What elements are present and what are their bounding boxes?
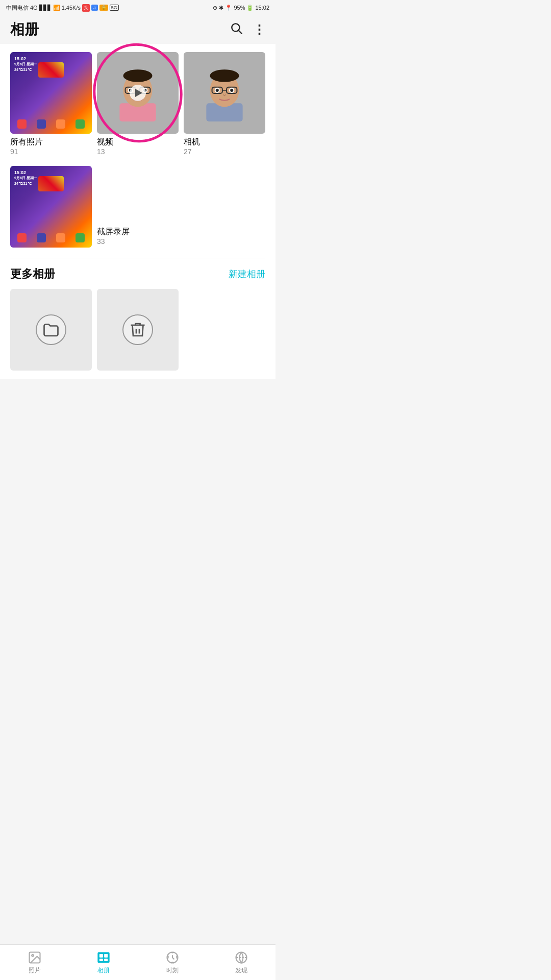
more-album-trash[interactable] [97,289,179,371]
svg-point-23 [216,89,219,92]
album-name-camera: 相机 [184,137,265,148]
safe-icon: 🔒 [99,5,108,11]
more-albums-title: 更多相册 [10,266,55,282]
more-album-folder[interactable] [10,289,92,371]
album-name-screenshot: 截屏录屏 [97,227,130,237]
signal-4g: 4G [30,5,38,11]
more-albums-header: 更多相册 新建相册 [10,266,265,282]
top-actions: ⋮ [230,21,265,38]
album-grid: 15:029月6日 星期一24℃/21℃ 所有照片 91 [10,52,265,156]
folder-icon-circle [36,314,66,345]
more-album-thumb-trash [97,289,179,371]
play-button-video[interactable] [130,85,146,101]
trash-icon-circle [122,314,153,345]
content-area: 15:029月6日 星期一24℃/21℃ 所有照片 91 [0,44,276,379]
search-button[interactable] [230,21,243,38]
cast-icon: ⊕ [213,5,217,11]
svg-point-6 [123,69,152,82]
status-bar: 中国电信 4G ▋▋▋ 📶 1.45K/s 头 ♫ 🔒 5G ⊕ ✱ 📍 95%… [0,0,276,15]
wifi-icon: 📶 [53,5,60,11]
folder-icon [42,321,60,339]
location-icon: 📍 [225,5,232,11]
album-thumb-screenshot: 15:029月6日 星期一24℃/21℃ [10,166,92,248]
music-icon: ♫ [91,5,98,11]
status-left: 中国电信 4G ▋▋▋ 📶 1.45K/s 头 ♫ 🔒 5G [6,4,119,12]
svg-point-24 [230,89,233,92]
svg-point-17 [210,69,239,82]
album-name-all-photos: 所有照片 [10,137,92,148]
speed-text: 1.45K/s [62,5,81,11]
news-icon: 头 [82,4,90,12]
album-info-screenshot: 截屏录屏 33 [97,166,130,248]
battery-text: 95% [234,5,245,11]
more-album-thumb-folder [10,289,92,371]
album-thumb-video [97,52,179,134]
signal-bars: ▋▋▋ [39,5,52,11]
more-button[interactable]: ⋮ [253,22,265,37]
trash-icon [129,321,147,339]
album-thumb-camera [184,52,265,134]
album-count-all-photos: 91 [10,148,92,156]
time-text: 15:02 [255,5,269,11]
battery-icon: 🔋 [246,5,254,11]
album-count-video: 13 [97,148,179,156]
scroll-area: 15:029月6日 星期一24℃/21℃ 所有照片 91 [0,44,276,420]
section-divider [10,258,265,258]
svg-line-1 [239,30,242,33]
album-item-video[interactable]: 视频 13 [97,52,179,156]
status-right: ⊕ ✱ 📍 95% 🔋 15:02 [213,5,269,11]
album-item-camera[interactable]: 相机 27 [184,52,265,156]
album-thumb-all-photos: 15:029月6日 星期一24℃/21℃ [10,52,92,134]
album-name-video: 视频 [97,137,179,148]
album-item-all-photos[interactable]: 15:029月6日 星期一24℃/21℃ 所有照片 91 [10,52,92,156]
bluetooth-icon: ✱ [219,5,223,11]
top-bar: 相册 ⋮ [0,15,276,44]
album-item-screenshot[interactable]: 15:029月6日 星期一24℃/21℃ 截屏录屏 33 [10,166,265,248]
carrier-text: 中国电信 [6,4,29,12]
5g-badge: 5G [110,5,119,11]
page-title: 相册 [10,20,39,39]
album-count-camera: 27 [184,148,265,156]
more-albums-grid [10,289,265,371]
new-album-button[interactable]: 新建相册 [229,268,265,280]
album-count-screenshot: 33 [97,237,130,246]
